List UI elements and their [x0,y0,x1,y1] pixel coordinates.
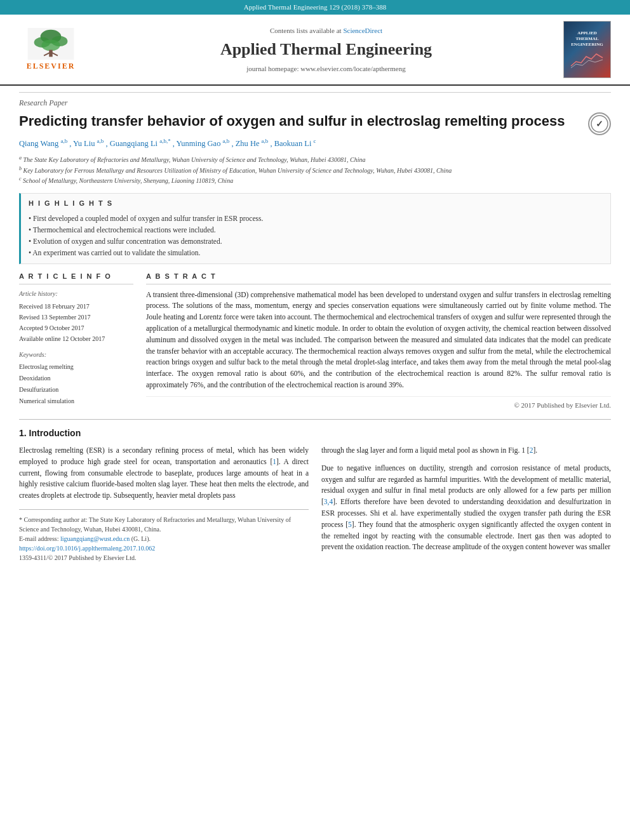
top-bar: Applied Thermal Engineering 129 (2018) 3… [0,0,630,15]
doi-link[interactable]: https://doi.org/10.1016/j.applthermaleng… [19,545,155,552]
intro-right-text: through the slag layer and form a liquid… [321,445,611,457]
content-area: Research Paper Predicting transfer behav… [0,86,630,575]
highlights-list: First developed a coupled model of oxyge… [29,213,603,258]
thumb-title: APPLIED THERMAL ENGINEERING [571,30,603,48]
copyright-line: 1359-4311/© 2017 Published by Elsevier L… [19,553,309,563]
date-received: Received 18 February 2017 [19,301,133,312]
intro-left-col: Electroslag remelting (ESR) is a seconda… [19,445,309,563]
date-online: Available online 12 October 2017 [19,333,133,344]
abstract-heading: A B S T R A C T [146,272,611,284]
ref-5[interactable]: 5 [348,521,352,528]
keyword-item: Desulfurization [19,384,133,396]
email-link[interactable]: liguangqiang@wust.edu.cn [60,535,130,542]
date-accepted: Accepted 9 October 2017 [19,323,133,333]
section-divider [19,419,611,420]
keyword-item: Deoxidation [19,373,133,384]
intro-left-text: Electroslag remelting (ESR) is a seconda… [19,445,309,502]
footnote-area: * Corresponding author at: The State Key… [19,509,309,563]
elsevier-brand: ELSEVIER [27,61,76,72]
article-dates: Received 18 February 2017 Revised 13 Sep… [19,301,133,344]
journal-header: ELSEVIER Contents lists available at Sci… [0,15,630,86]
elsevier-tree-icon [25,28,76,60]
affiliation-c: c School of Metallurgy, Northeastern Uni… [19,175,611,185]
keyword-item: Electroslag remelting [19,361,133,373]
journal-citation: Applied Thermal Engineering 129 (2018) 3… [244,3,386,11]
article-type: Research Paper [19,92,611,109]
affiliation-a: a The State Key Laboratory of Refractori… [19,154,611,164]
journal-title: Applied Thermal Engineering [89,38,563,61]
history-label: Article history: [19,290,133,298]
page: Applied Thermal Engineering 129 (2018) 3… [0,0,630,840]
highlights-section: H I G H L I G H T S First developed a co… [19,193,611,264]
abstract-column: A B S T R A C T A transient three-dimens… [146,272,611,410]
highlights-title: H I G H L I G H T S [29,199,603,208]
ref-2[interactable]: 2 [530,446,533,454]
keywords-label: Keywords: [19,350,133,359]
introduction-section: 1. Introduction Electroslag remelting (E… [19,427,611,563]
svg-point-4 [41,39,60,51]
highlight-item: An experiment was carried out to validat… [29,247,603,258]
journal-center: Contents lists available at ScienceDirec… [89,26,563,74]
journal-thumbnail: APPLIED THERMAL ENGINEERING [563,21,617,78]
intro-body: Electroslag remelting (ESR) is a seconda… [19,445,611,563]
crossmark-icon: ✓ [588,112,611,135]
contents-line: Contents lists available at ScienceDirec… [89,26,563,36]
article-title: Predicting transfer behavior of oxygen a… [19,112,611,131]
svg-text:✓: ✓ [596,119,603,129]
intro-right-text-2: Due to negative influences on ductility,… [321,463,611,554]
intro-right-col: through the slag layer and form a liquid… [321,445,611,563]
abstract-copyright: © 2017 Published by Elsevier Ltd. [146,396,611,410]
article-info-heading: A R T I C L E I N F O [19,272,133,284]
abstract-text: A transient three-dimensional (3D) compr… [146,290,611,391]
thumb-graphic-icon [570,50,605,69]
doi-line: https://doi.org/10.1016/j.applthermaleng… [19,543,309,553]
corresponding-author-note: * Corresponding author at: The State Key… [19,515,309,534]
affiliation-b: b Key Laboratory for Ferrous Metallurgy … [19,165,611,175]
ref-3-4[interactable]: 3,4 [324,498,333,505]
highlight-item: Thermochemical and electrochemical react… [29,224,603,236]
highlight-item: First developed a coupled model of oxyge… [29,213,603,224]
date-revised: Revised 13 September 2017 [19,312,133,323]
sciencedirect-link[interactable]: ScienceDirect [343,27,382,34]
keyword-item: Numerical simulation [19,396,133,407]
affiliations: a The State Key Laboratory of Refractori… [19,154,611,185]
highlight-item: Evolution of oxygen and sulfur concentra… [29,236,603,247]
intro-heading: 1. Introduction [19,427,611,440]
journal-homepage: journal homepage: www.elsevier.com/locat… [89,64,563,74]
email-note: E-mail address: liguangqiang@wust.edu.cn… [19,534,309,543]
crossmark-badge[interactable]: ✓ [588,112,611,135]
authors-line: Qiang Wang a,b , Yu Liu a,b , Guangqiang… [19,137,611,150]
article-info-column: A R T I C L E I N F O Article history: R… [19,272,133,410]
info-abstract-section: A R T I C L E I N F O Article history: R… [19,272,611,410]
ref-1[interactable]: 1 [272,458,276,465]
elsevier-logo: ELSEVIER [13,28,89,72]
keywords-list: Electroslag remelting Deoxidation Desulf… [19,361,133,407]
